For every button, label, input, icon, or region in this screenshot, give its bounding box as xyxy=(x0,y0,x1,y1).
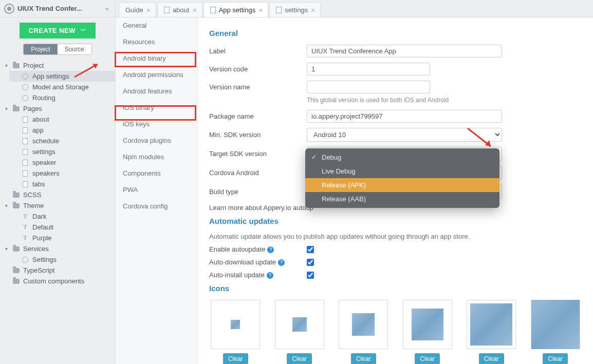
label-auto-download: Auto-download update? xyxy=(209,258,307,266)
close-icon[interactable]: × xyxy=(311,7,315,14)
subnav-cordova-config[interactable]: Cordova config xyxy=(116,198,197,215)
learn-more-text: Learn more about Appery.io autoup xyxy=(209,204,313,212)
clear-button[interactable]: Clear xyxy=(287,353,312,364)
collapse-sidebar-icon[interactable]: « xyxy=(103,5,111,12)
subnav-npm-modules[interactable]: Npm modules xyxy=(116,149,197,165)
close-icon[interactable]: × xyxy=(258,7,263,14)
package-input[interactable] xyxy=(307,110,502,123)
subnav-ios-binary[interactable]: iOS binary xyxy=(116,100,197,116)
settings-subnav: General Resources Android binary Android… xyxy=(116,0,198,364)
tree-node-tabs[interactable]: tabs xyxy=(9,179,115,189)
section-general: General xyxy=(209,29,582,37)
label-min-sdk: Min. SDK version xyxy=(209,131,307,139)
tree-node-schedule[interactable]: schedule xyxy=(9,136,115,146)
icon-card: Clear Browse High density (hdpi,72x72) xyxy=(337,300,390,364)
icon-thumb xyxy=(467,300,516,349)
tree-node-speakers[interactable]: speakers xyxy=(9,168,115,179)
tree-node-services-settings[interactable]: Settings xyxy=(9,254,115,265)
enable-auto-checkbox[interactable] xyxy=(307,246,314,253)
label-label: Label xyxy=(209,47,307,55)
info-icon[interactable]: ? xyxy=(267,246,274,253)
subnav-general[interactable]: General xyxy=(116,17,197,34)
icon-card: Clear Browse Extra-extra-highdensity (xx… xyxy=(465,300,518,364)
dropdown-item-live-debug[interactable]: Live Debug xyxy=(305,164,499,178)
icon-thumb xyxy=(211,300,260,349)
label-package: Package name xyxy=(209,112,307,120)
label-version-code: Version code xyxy=(209,65,307,73)
build-type-dropdown: Debug Live Debug Release (APK) Release (… xyxy=(305,148,499,208)
close-icon[interactable]: × xyxy=(192,7,196,14)
tree-node-app[interactable]: app xyxy=(9,125,115,136)
icon-card: Clear Browse Extra-extra-extra-highdensi… xyxy=(529,300,582,364)
tree-node-scss[interactable]: SCSS xyxy=(0,189,115,200)
tree-node-project[interactable]: ▾Project xyxy=(0,60,115,71)
open-tabs: Guide× about× App settings× settings× xyxy=(116,0,593,17)
clear-button[interactable]: Clear xyxy=(543,353,568,364)
project-tree: ▾Project App settings Model and Storage … xyxy=(0,59,115,364)
file-icon xyxy=(164,7,170,13)
subnav-android-permissions[interactable]: Android permissions xyxy=(116,67,197,83)
tree-node-default[interactable]: TDefault xyxy=(9,222,115,233)
label-enable-auto: Enable autoupdate? xyxy=(209,245,307,253)
auto-download-checkbox[interactable] xyxy=(307,259,314,266)
dropdown-item-release-aab[interactable]: Release (AAB) xyxy=(305,192,499,206)
icon-thumb xyxy=(339,300,388,349)
subnav-android-features[interactable]: Android features xyxy=(116,83,197,100)
label-auto-install: Auto-install update? xyxy=(209,271,307,279)
version-code-input[interactable] xyxy=(307,63,430,75)
tree-node-theme[interactable]: ▾Theme xyxy=(0,200,115,211)
tree-node-purple[interactable]: TPurple xyxy=(9,233,115,243)
section-auto: Automatic updates xyxy=(209,217,582,225)
tab-source[interactable]: Source xyxy=(58,44,91,54)
sidebar-header: UIUX Trend Confer... « xyxy=(0,0,115,17)
icon-thumb xyxy=(531,300,580,349)
project-title: UIUX Trend Confer... xyxy=(17,5,103,12)
subnav-resources[interactable]: Resources xyxy=(116,34,197,50)
clear-button[interactable]: Clear xyxy=(415,353,440,364)
label-target-sdk: Target SDK version xyxy=(209,150,307,158)
subnav-ios-keys[interactable]: iOS keys xyxy=(116,116,197,132)
tree-node-app-settings[interactable]: App settings xyxy=(9,71,115,82)
tree-node-speaker[interactable]: speaker xyxy=(9,157,115,168)
version-name-input[interactable] xyxy=(307,81,430,93)
tree-node-services[interactable]: ▾Services xyxy=(0,243,115,254)
tab-settings[interactable]: settings× xyxy=(269,2,321,17)
auto-install-checkbox[interactable] xyxy=(307,272,314,279)
icons-grid: Clear Browse Low density (ldpi,36x36) Cl… xyxy=(209,300,582,364)
dropdown-item-release-apk[interactable]: Release (APK) xyxy=(305,178,499,192)
file-icon xyxy=(210,7,216,13)
info-icon[interactable]: ? xyxy=(278,259,285,266)
tree-node-routing[interactable]: Routing xyxy=(9,92,115,103)
info-icon[interactable]: ? xyxy=(267,272,273,279)
tree-node-settings[interactable]: settings xyxy=(9,146,115,157)
tree-node-pages[interactable]: ▾Pages xyxy=(0,103,115,114)
tree-node-typescript[interactable]: TypeScript xyxy=(0,265,115,276)
tab-about[interactable]: about× xyxy=(157,2,202,17)
tab-project[interactable]: Project xyxy=(24,44,57,54)
min-sdk-select[interactable]: Android 10 xyxy=(307,128,502,142)
tree-node-dark[interactable]: TDark xyxy=(9,211,115,222)
tab-guide[interactable]: Guide× xyxy=(119,2,156,17)
clear-button[interactable]: Clear xyxy=(351,353,376,364)
tab-app-settings[interactable]: App settings× xyxy=(203,2,269,17)
version-hint: This global version is used for both iOS… xyxy=(307,97,582,104)
subnav-components[interactable]: Components xyxy=(116,165,197,182)
clear-button[interactable]: Clear xyxy=(223,353,248,364)
subnav-cordova-plugins[interactable]: Cordova plugins xyxy=(116,132,197,149)
label-input[interactable] xyxy=(307,45,502,58)
create-new-button[interactable]: CREATE NEW ﹀ xyxy=(20,23,96,39)
tree-node-about[interactable]: about xyxy=(9,114,115,125)
icon-card: Clear Browse Medium density (mdpi,48x48) xyxy=(273,300,326,364)
project-logo-icon xyxy=(4,4,14,14)
close-icon[interactable]: × xyxy=(146,7,151,14)
clear-button[interactable]: Clear xyxy=(479,353,504,364)
subnav-android-binary[interactable]: Android binary xyxy=(116,50,197,67)
tree-node-custom-components[interactable]: Custom components xyxy=(0,276,115,286)
icon-thumb xyxy=(275,300,324,349)
dropdown-item-debug[interactable]: Debug xyxy=(305,150,499,164)
chevron-down-icon: ﹀ xyxy=(81,27,87,34)
tree-node-model-storage[interactable]: Model and Storage xyxy=(9,82,115,92)
subnav-pwa[interactable]: PWA xyxy=(116,182,197,198)
create-new-label: CREATE NEW xyxy=(29,27,76,34)
icon-card: Clear Browse Low density (ldpi,36x36) xyxy=(209,300,262,364)
